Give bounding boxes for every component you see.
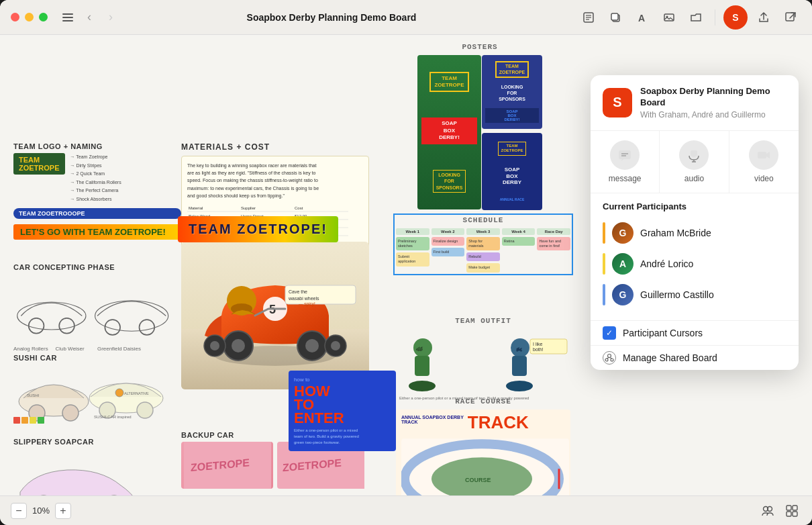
close-button[interactable] — [11, 13, 19, 21]
poster-soap-box: SOAPBOXDERBY! — [421, 117, 477, 144]
poster-blue-looking: LOOKINGFORSPONSORS — [499, 84, 525, 102]
grid-bottom-icon[interactable] — [782, 502, 801, 520]
video-label: video — [754, 174, 774, 183]
participants-section: Current Participants G Graham McBride A … — [591, 193, 799, 320]
svg-text:— spicy!: — spicy! — [299, 301, 315, 307]
svg-text:I like: I like — [533, 342, 543, 346]
bottombar: − 10% + — [0, 495, 812, 525]
week2-task1: Finalize design — [432, 237, 465, 246]
render-display: 5 — [181, 242, 369, 389]
svg-point-78 — [331, 341, 340, 350]
backup-photo-svg-1: ZOETROPE — [184, 442, 271, 489]
poster-blue-soap: SOAPBOXDERBY! — [485, 108, 539, 123]
svg-point-76 — [210, 341, 219, 350]
svg-point-115 — [611, 359, 613, 361]
svg-rect-95 — [512, 356, 527, 376]
svg-text:Club Weiser: Club Weiser — [56, 346, 85, 352]
copy-icon[interactable] — [605, 7, 626, 28]
logos-right: → Team Zoetrope → Dirty Stripes → 2 Quic… — [70, 153, 121, 204]
poster-team-text: TEAMZOETROPE — [429, 72, 468, 91]
main-window: ‹ › Soapbox Derby Planning Demo Board — [0, 0, 812, 525]
week2-header: Week 2 — [432, 228, 465, 235]
message-label: message — [609, 174, 642, 183]
svg-point-92 — [409, 381, 436, 391]
poster-blue-team: TEAMZOETROPE — [495, 61, 529, 78]
svg-point-16 — [95, 301, 168, 331]
graham-color-bar — [603, 222, 605, 244]
canvas-area[interactable]: TEAM ZOETROPE! TEAM LOGO + NAMING TEAMZO… — [0, 35, 812, 495]
schedule-label: SCHEDULE — [396, 216, 570, 224]
section-slippery: SLIPPERY SOAPCAR CAN THE CAR RELEASE BUB… — [13, 438, 181, 495]
svg-rect-0 — [62, 13, 73, 15]
popup-board-title: Soapbox Derby Planning Demo Board — [640, 86, 786, 109]
svg-line-116 — [607, 357, 609, 359]
logo-alternatives: TEAM ZOOETROOOPE LET'S GO WITH TEAM ZOET… — [13, 208, 181, 242]
svg-rect-112 — [758, 152, 766, 158]
svg-text:🏎: 🏎 — [416, 345, 423, 352]
participant-cursors-row[interactable]: ✓ Participant Cursors — [591, 320, 799, 345]
cursors-checkbox[interactable]: ✓ — [603, 326, 616, 340]
schedule-week1: Week 1 Preliminary sketches Submit appli… — [396, 228, 429, 273]
message-button[interactable]: message — [591, 131, 660, 193]
video-button[interactable]: video — [729, 131, 799, 193]
text-icon[interactable]: A — [631, 7, 653, 28]
svg-text:A: A — [638, 13, 645, 23]
svg-rect-26 — [13, 417, 20, 424]
week2-task2: First build — [432, 248, 465, 256]
minimize-button[interactable] — [25, 13, 34, 21]
team-logos-row: TEAMZOETROPE → Team Zoetrope → Dirty Str… — [13, 153, 181, 204]
svg-text:Analog Rollers: Analog Rollers — [13, 346, 48, 352]
race-title-block: ANNUAL SOAPBOX DERBY TRACK TRACK — [401, 415, 565, 430]
race-track-svg: COURSE LAYOUT — [401, 433, 569, 495]
zoom-out-button[interactable]: − — [11, 503, 27, 519]
week1-task2: Submit application — [396, 252, 429, 266]
car-concept-title: CAR CONCEPTING PHASE — [13, 263, 181, 271]
sidebar-toggle-button[interactable] — [58, 8, 77, 27]
slippery-title: SLIPPERY SOAPCAR — [13, 438, 181, 446]
graham-name: Graham McBride — [640, 228, 711, 238]
participants-title: Current Participants — [603, 201, 786, 211]
race-title-large: TRACK — [468, 415, 529, 430]
guillermo-name: Guillermo Castillo — [640, 289, 714, 300]
outfit-svg: 🏎 🏍 I like both! Either a one-person pil… — [396, 329, 570, 403]
share-icon[interactable] — [753, 7, 774, 28]
user-avatar-button[interactable]: S — [723, 5, 748, 30]
open-external-icon[interactable] — [780, 7, 801, 28]
team-zoetrope-banner: TEAM ZOETROPE! — [178, 216, 338, 248]
svg-point-14 — [29, 318, 44, 334]
svg-text:wasabi wheels: wasabi wheels — [288, 296, 319, 301]
popup-board-icon: S — [603, 88, 632, 117]
materials-title: MATERIALS + COST — [181, 142, 369, 152]
svg-text:both!: both! — [533, 347, 544, 352]
notes-icon[interactable] — [578, 7, 599, 28]
folder-icon[interactable] — [685, 7, 707, 28]
svg-rect-122 — [786, 512, 791, 516]
audio-button[interactable]: audio — [660, 131, 729, 193]
svg-point-114 — [605, 359, 608, 361]
maximize-button[interactable] — [39, 13, 48, 21]
svg-point-96 — [506, 381, 533, 391]
image-icon[interactable] — [658, 7, 680, 28]
week1-header: Week 1 — [396, 228, 429, 235]
section-sushi: SUSHI CAR SUSHI — [13, 354, 181, 428]
race-track-label: TRACK — [401, 420, 464, 424]
raceday-task1: Have fun and come in first! — [537, 237, 570, 250]
svg-text:Supplier: Supplier — [241, 206, 256, 210]
svg-rect-8 — [611, 13, 618, 20]
svg-text:COURSE: COURSE — [465, 477, 491, 484]
window-title: Soapbox Derby Planning Demo Board — [85, 12, 578, 23]
section-how-to: how to HOWTOENTER Either a one-person pi… — [289, 371, 396, 451]
andre-avatar: A — [612, 253, 633, 275]
svg-point-72 — [232, 339, 245, 352]
message-icon — [610, 140, 640, 170]
outfit-label: TEAM OUTFIT — [396, 317, 570, 325]
svg-rect-121 — [793, 506, 797, 510]
cursors-label: Participant Cursors — [623, 328, 703, 338]
race-title-small: ANNUAL SOAPBOX DERBY — [401, 415, 464, 420]
manage-board-row[interactable]: Manage Shared Board — [591, 345, 799, 370]
week3-task3: Make budget — [466, 263, 500, 272]
zoom-in-button[interactable]: + — [55, 503, 71, 519]
poster-blue-bottom: TEAMZOETROPE SOAPBOXDERBY ANNUAL RACE — [482, 133, 542, 210]
participants-bottom-icon[interactable] — [758, 502, 777, 520]
svg-point-74 — [305, 339, 319, 352]
